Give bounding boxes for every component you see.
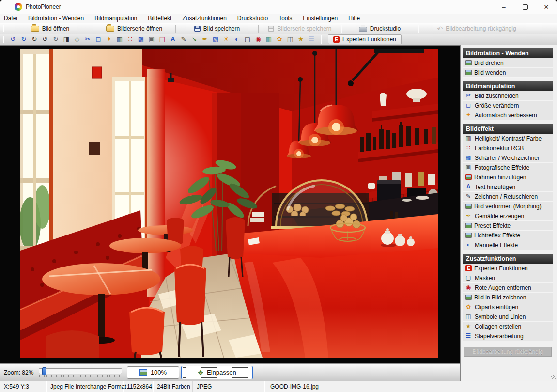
rotate-cw-icon[interactable]: ↻ <box>29 34 40 44</box>
sidebar-item-farbkorrektur-rgb[interactable]: ∷Farbkorrektur RGB <box>463 143 553 153</box>
item-label: Zeichnen / Retuschieren <box>475 193 538 200</box>
sidebar-item-bild-in-bild-zeichnen[interactable]: Bild in Bild zeichnen <box>463 293 553 302</box>
menu-hilfe[interactable]: Hilfe <box>343 15 365 22</box>
resize-grip[interactable] <box>551 375 556 379</box>
rotate-180-icon[interactable]: ↻ <box>50 34 61 44</box>
preset-effects-icon[interactable]: ▧ <box>210 34 221 44</box>
menu-bildrotation[interactable]: Bildrotation - Wenden <box>23 15 89 22</box>
menu-bildeffekt[interactable]: Bildeffekt <box>142 15 177 22</box>
item-label: Manuelle Effekte <box>475 242 518 249</box>
symbols-lines-icon[interactable]: ◫ <box>285 34 295 44</box>
item-label: Helligkeit/ Kontrast/ Farbe <box>475 135 542 142</box>
collage-icon[interactable]: ★ <box>295 34 306 44</box>
title-bar: PhotoPioneer – ✕ <box>0 0 557 14</box>
expert-functions-button[interactable]: E Experten Funktionen <box>328 34 402 44</box>
sidebar-item-rahmen-hinzufuegen[interactable]: Rahmen hinzufügen <box>463 172 553 182</box>
minimize-button[interactable]: – <box>493 0 514 14</box>
maximize-button[interactable] <box>514 0 536 14</box>
sidebar-item-zeichnen-retuschieren[interactable]: ✎Zeichnen / Retuschieren <box>463 192 553 202</box>
sidebar-item-groesse-veraendern[interactable]: ◻Größe verändern <box>463 101 553 110</box>
manual-effects-icon[interactable]: ◐ <box>232 34 242 44</box>
file-format-label: Jpeg File Interchange Format <box>46 381 123 392</box>
rotate-ccw-icon[interactable]: ↺ <box>40 34 50 44</box>
sidebar-item-lichtreflex-effekte[interactable]: Lichtreflex Effekte <box>463 231 553 240</box>
sidebar-item-collagen-erstellen[interactable]: ★Collagen erstellen <box>463 322 553 331</box>
sidebar-item-symbole-und-linien[interactable]: ◫Symbole und Linien <box>463 312 553 322</box>
rotate-left-icon[interactable]: ↺ <box>8 34 18 44</box>
zoom-bar: Zoom: 82% 100% ✥ Einpassen <box>0 363 460 381</box>
free-rotate-icon[interactable]: ◇ <box>72 34 82 44</box>
brightness-contrast-icon[interactable]: ▥ <box>114 34 125 44</box>
sidebar-item-experten-funktionen[interactable]: EExperten Funktionen <box>463 264 553 273</box>
sidebar-item-preset-effekte[interactable]: Preset Effekte <box>463 221 553 231</box>
crop-icon[interactable]: ✂ <box>82 34 93 44</box>
cliparts-icon[interactable]: ✿ <box>274 34 285 44</box>
zoom-slider[interactable] <box>39 368 122 374</box>
draw-retouch-icon[interactable]: ✎ <box>178 34 189 44</box>
save-image-button[interactable]: Bild speichern <box>176 24 258 34</box>
sidebar-item-bild-wenden[interactable]: Bild wenden <box>463 68 553 78</box>
masks-icon[interactable]: ▢ <box>242 34 253 44</box>
toolbar-grip[interactable] <box>3 25 5 32</box>
sidebar-item-masken[interactable]: ▢Masken <box>463 273 553 283</box>
expert-functions-label: Experten Funktionen <box>342 36 396 43</box>
photo-effects-icon[interactable]: ▣ <box>146 34 157 44</box>
sidebar-item-schaerfer-weichzeichner[interactable]: ▩Schärfer / Weichzeichner <box>463 153 553 163</box>
item-label: Bild verformen (Morphing) <box>474 203 542 210</box>
sidebar-header-bildeffekt: Bildeffekt <box>463 124 553 134</box>
morph-icon[interactable]: ↘ <box>189 34 200 44</box>
picture-in-picture-icon[interactable]: ▦ <box>263 34 274 44</box>
batch-icon[interactable]: ☰ <box>306 34 317 44</box>
sidebar-item-text-hinzufuegen[interactable]: AText hinzufügen <box>463 182 553 192</box>
open-series-button[interactable]: Bilderserie öffnen <box>93 24 175 34</box>
light-reflex-icon <box>465 233 472 238</box>
sidebar-item-bild-zuschneiden[interactable]: ✂Bild zuschneiden <box>463 91 553 101</box>
sidebar-item-manuelle-effekte[interactable]: ◐Manuelle Effekte <box>463 240 553 250</box>
brightness-contrast-icon: ▥ <box>464 135 472 142</box>
item-label: Bild zuschneiden <box>475 93 519 99</box>
menu-tools[interactable]: Tools <box>273 15 297 22</box>
sharpen-soften-icon[interactable]: ▩ <box>136 34 146 44</box>
sidebar-item-gemaelde-erzeugen[interactable]: ✒Gemälde erzeugen <box>463 211 553 221</box>
zoom-100-button[interactable]: 100% <box>127 366 179 379</box>
menu-einstellungen[interactable]: Einstellungen <box>297 15 343 22</box>
item-label: Symbole und Linien <box>475 314 526 320</box>
fit-to-window-button[interactable]: ✥ Einpassen <box>181 366 253 379</box>
resize-icon[interactable]: ◻ <box>93 34 104 44</box>
sidebar-item-fotografische-effekte[interactable]: ▣Fotografische Effekte <box>463 163 553 172</box>
red-eye-icon[interactable]: ◉ <box>253 34 263 44</box>
item-label: Cliparts einfügen <box>475 304 518 311</box>
toolbar-grip[interactable] <box>3 36 5 43</box>
menu-bildmanipulation[interactable]: Bildmanipulation <box>89 15 142 22</box>
printer-icon <box>359 27 367 32</box>
light-reflex-icon[interactable]: ☀ <box>221 34 232 44</box>
menu-zusatzfunktionen[interactable]: Zusatzfunktionen <box>177 15 232 22</box>
add-frame-icon[interactable]: ▤ <box>157 34 168 44</box>
sharpen-soften-icon: ▩ <box>464 154 472 161</box>
zoom-slider-handle[interactable] <box>42 367 46 375</box>
add-text-icon[interactable]: A <box>168 34 178 44</box>
draw-retouch-icon: ✎ <box>464 193 472 200</box>
menu-druckstudio[interactable]: Druckstudio <box>232 15 273 22</box>
sidebar-item-cliparts-einfuegen[interactable]: ✿Cliparts einfügen <box>463 302 553 312</box>
photo-cafe-interior[interactable] <box>20 49 438 358</box>
sidebar-item-stapelverarbeitung[interactable]: ☰Stapelverarbeitung <box>463 331 553 341</box>
sidebar-item-bild-verformen[interactable]: Bild verformen (Morphing) <box>463 202 553 211</box>
rgb-correction-icon: ∷ <box>464 144 472 152</box>
resize-icon: ◻ <box>464 102 472 109</box>
sidebar-item-rote-augen-entfernen[interactable]: ◉Rote Augen entfernen <box>463 283 553 293</box>
menu-datei[interactable]: Datei <box>0 15 23 22</box>
image-canvas[interactable] <box>0 45 460 363</box>
collage-icon: ★ <box>464 323 472 330</box>
auto-enhance-icon[interactable]: ✦ <box>104 34 114 44</box>
sidebar-item-helligkeit-kontrast-farbe[interactable]: ▥Helligkeit/ Kontrast/ Farbe <box>463 134 553 143</box>
print-studio-button[interactable]: Druckstudio <box>341 24 418 34</box>
close-button[interactable]: ✕ <box>536 0 557 14</box>
sidebar-item-bild-drehen[interactable]: Bild drehen <box>463 58 553 68</box>
open-image-button[interactable]: Bild öffnen <box>8 24 93 34</box>
rotate-right-icon[interactable]: ↻ <box>18 34 29 44</box>
sidebar-item-automatisch-verbessern[interactable]: ✦Automatisch verbessern <box>463 110 553 120</box>
painting-icon[interactable]: ✒ <box>200 34 210 44</box>
rgb-correction-icon[interactable]: ∷ <box>125 34 136 44</box>
flip-icon[interactable]: ◨ <box>61 34 72 44</box>
